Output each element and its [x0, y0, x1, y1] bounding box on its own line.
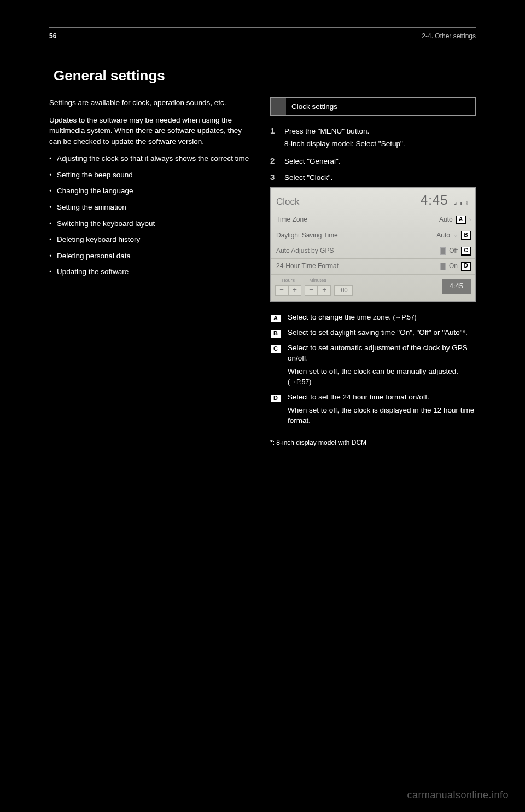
row-dst[interactable]: Daylight Saving Time Auto ⌄ B	[271, 228, 475, 243]
sc-clock-display: 4:45	[421, 191, 448, 210]
page-number: 56	[49, 32, 56, 40]
tz-value: Auto	[439, 215, 453, 224]
desc-c-text-2: When set to off, the clock can be manual…	[288, 367, 458, 375]
header-divider	[49, 27, 476, 28]
page-title: General settings	[54, 67, 476, 84]
step-number: 3	[270, 171, 280, 183]
page-header: 56 2-4. Other settings	[49, 32, 476, 40]
badge-a-desc: A	[270, 314, 281, 324]
step-2: 2 Select "General".	[270, 155, 476, 167]
chevron-right-icon: ›	[469, 216, 471, 224]
gps-label: Auto Adjust by GPS	[276, 246, 334, 256]
row-time-zone[interactable]: Time Zone Auto A ›	[271, 212, 475, 228]
h24-toggle[interactable]	[440, 263, 446, 270]
desc-d-text-2: When set to off, the clock is displayed …	[288, 405, 476, 426]
h24-value: On	[449, 262, 458, 271]
list-item: Deleting personal data	[49, 251, 255, 262]
sc-adjust-row: Hours − + Minutes − +	[271, 275, 475, 296]
feature-list: Adjusting the clock so that it always sh…	[49, 153, 255, 277]
minutes-stepper: Minutes − +	[305, 277, 331, 296]
desc-b: B Select to set daylight saving time "On…	[270, 327, 476, 339]
list-item: Adjusting the clock so that it always sh…	[49, 153, 255, 164]
hours-plus-button[interactable]: +	[288, 285, 301, 296]
dst-value: Auto	[436, 231, 450, 240]
step-number: 1	[270, 125, 280, 137]
minutes-label: Minutes	[309, 277, 326, 284]
minutes-plus-button[interactable]: +	[318, 285, 331, 296]
badge-a: A	[456, 216, 466, 224]
badge-d-desc: D	[270, 394, 281, 404]
footnote: *: 8-inch display model with DCM	[270, 438, 476, 448]
step-text: Select "Clock".	[284, 172, 332, 183]
heading-label: Clock settings	[286, 98, 343, 115]
desc-a-text: Select to change the time zone.	[288, 313, 391, 321]
status-icons: ◢ ▮ ᛒ	[454, 200, 470, 207]
heading-accent-box	[271, 98, 286, 115]
minutes-minus-button[interactable]: −	[305, 285, 318, 296]
badge-c: C	[461, 247, 471, 256]
zero-stepper: :00	[334, 277, 353, 296]
list-item: Deleting keyboard history	[49, 234, 255, 245]
left-column: Settings are available for clock, operat…	[49, 97, 255, 454]
intro-paragraph-2: Updates to the software may be needed wh…	[49, 115, 255, 147]
sc-title: Clock	[276, 195, 300, 209]
list-item: Updating the software	[49, 266, 255, 277]
desc-a: A Select to change the time zone. (→P.57…	[270, 312, 476, 324]
row-gps[interactable]: Auto Adjust by GPS Off C	[271, 243, 475, 259]
intro-paragraph-1: Settings are available for clock, operat…	[49, 97, 255, 108]
badge-b-desc: B	[270, 329, 281, 339]
desc-d: D Select to set the 24 hour time format …	[270, 392, 476, 433]
chapter-label: 2-4. Other settings	[422, 32, 476, 40]
step-1a: 1 Press the "MENU" button.	[270, 125, 476, 137]
right-column: Clock settings 1 Press the "MENU" button…	[270, 97, 476, 454]
step-text: Select "General".	[284, 156, 341, 167]
tz-label: Time Zone	[276, 215, 307, 224]
hours-label: Hours	[282, 277, 295, 284]
h24-label: 24-Hour Time Format	[276, 262, 339, 271]
zero-minutes-button[interactable]: :00	[334, 285, 353, 296]
step-text: Press the "MENU" button.	[284, 126, 369, 137]
badge-b: B	[461, 231, 471, 240]
desc-b-text: Select to set daylight saving time "On",…	[288, 328, 468, 337]
badge-d: D	[461, 262, 471, 271]
list-item: Changing the language	[49, 185, 255, 196]
list-item: Setting the animation	[49, 202, 255, 213]
list-item: Setting the beep sound	[49, 170, 255, 181]
desc-c-text-1: Select to set automatic adjustment of th…	[288, 343, 476, 364]
gps-value: Off	[449, 246, 458, 256]
desc-c-ref: (→P.57)	[288, 378, 311, 386]
step-3: 3 Select "Clock".	[270, 171, 476, 183]
gps-toggle[interactable]	[440, 247, 446, 255]
hours-stepper: Hours − +	[275, 277, 301, 296]
hours-minus-button[interactable]: −	[275, 285, 288, 296]
clock-settings-screenshot: Clock 4:45 ◢ ▮ ᛒ Time Zone Auto A › Day	[270, 187, 476, 301]
watermark: carmanualsonline.info	[407, 790, 509, 801]
sc-header: Clock 4:45 ◢ ▮ ᛒ	[271, 188, 475, 212]
desc-a-ref: (→P.57)	[391, 314, 416, 321]
desc-d-text-1: Select to set the 24 hour time format on…	[288, 392, 476, 403]
desc-c: C Select to set automatic adjustment of …	[270, 343, 476, 388]
step-number: 2	[270, 155, 280, 167]
badge-c-desc: C	[270, 345, 281, 355]
dst-label: Daylight Saving Time	[276, 231, 338, 240]
step-1b: 8-inch display model: Select "Setup".	[284, 138, 476, 149]
preview-clock: 4:45	[442, 279, 471, 294]
section-heading-bar: Clock settings	[270, 97, 476, 116]
row-24h[interactable]: 24-Hour Time Format On D	[271, 259, 475, 274]
list-item: Switching the keyboard layout	[49, 218, 255, 229]
chevron-down-icon: ⌄	[453, 231, 458, 240]
